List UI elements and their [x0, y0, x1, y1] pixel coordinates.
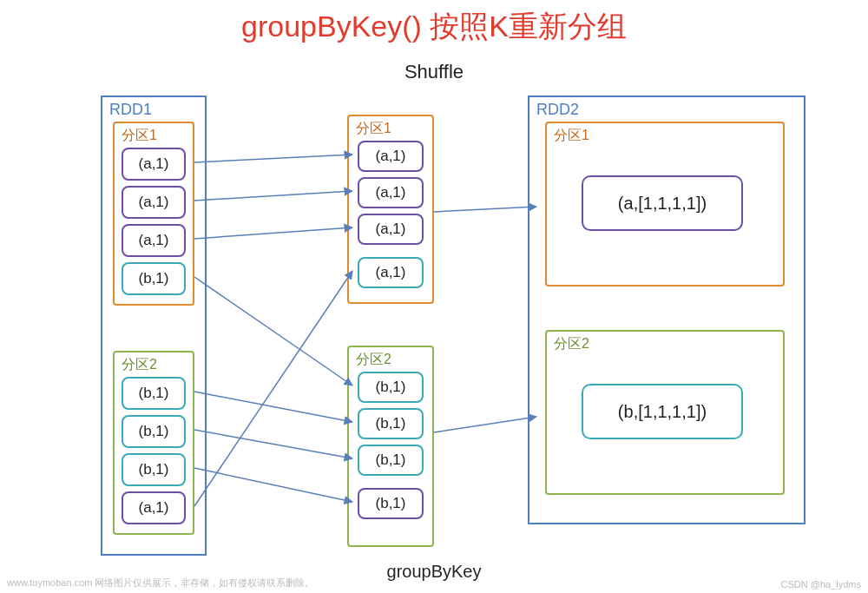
- svg-line-4: [194, 392, 352, 422]
- rdd1-p2-title: 分区2: [122, 356, 157, 374]
- svg-line-8: [434, 207, 536, 212]
- mid-p1-item0: (a,1): [358, 141, 424, 172]
- rdd1-partition1: 分区1 (a,1) (a,1) (a,1) (b,1): [113, 122, 194, 306]
- mid-p2-title: 分区2: [356, 351, 391, 369]
- mid-p1-title: 分区1: [356, 120, 391, 138]
- shuffle-label: Shuffle: [0, 61, 868, 83]
- rdd2-p2-result: (b,[1,1,1,1]): [582, 384, 743, 439]
- rdd2-p1-result: (a,[1,1,1,1]): [582, 175, 743, 231]
- rdd2-partition1: 分区1 (a,[1,1,1,1]): [545, 122, 785, 287]
- rdd1-p1-item2: (a,1): [122, 224, 186, 257]
- mid-partition2: 分区2 (b,1) (b,1) (b,1) (b,1): [347, 346, 434, 547]
- watermark-right: CSDN @ha_lydms: [781, 579, 861, 590]
- rdd2-partition2: 分区2 (b,[1,1,1,1]): [545, 330, 785, 495]
- rdd2-p2-title: 分区2: [554, 335, 589, 353]
- svg-line-0: [194, 155, 352, 162]
- rdd2-p1-title: 分区1: [554, 127, 589, 145]
- rdd1-p2-item0: (b,1): [122, 377, 186, 410]
- mid-p1-item3: (a,1): [358, 257, 424, 288]
- svg-line-1: [194, 191, 352, 201]
- mid-p2-item3: (b,1): [358, 488, 424, 519]
- mid-p1-item2: (a,1): [358, 214, 424, 245]
- svg-line-3: [194, 277, 352, 385]
- mid-p2-item2: (b,1): [358, 445, 424, 476]
- rdd1-title: RDD1: [109, 101, 152, 119]
- svg-line-7: [194, 271, 352, 506]
- rdd1-p1-title: 分区1: [122, 127, 157, 145]
- rdd1-p1-item1: (a,1): [122, 186, 186, 219]
- svg-line-9: [434, 417, 536, 432]
- svg-line-5: [194, 430, 352, 458]
- mid-p1-item1: (a,1): [358, 177, 424, 208]
- rdd1-partition2: 分区2 (b,1) (b,1) (b,1) (a,1): [113, 351, 194, 535]
- mid-p2-item0: (b,1): [358, 372, 424, 403]
- mid-partition1: 分区1 (a,1) (a,1) (a,1) (a,1): [347, 115, 434, 304]
- svg-line-6: [194, 468, 352, 502]
- svg-line-2: [194, 227, 352, 239]
- watermark-left: www.toymoban.com 网络图片仅供展示，非存储，如有侵权请联系删除。: [7, 577, 314, 590]
- diagram-title: groupByKey() 按照K重新分组: [0, 7, 868, 47]
- rdd1-p2-item3: (a,1): [122, 491, 186, 524]
- rdd1-p2-item1: (b,1): [122, 415, 186, 448]
- mid-p2-item1: (b,1): [358, 408, 424, 439]
- rdd1-p2-item2: (b,1): [122, 453, 186, 486]
- rdd1-p1-item0: (a,1): [122, 148, 186, 181]
- rdd2-title: RDD2: [536, 101, 579, 119]
- rdd1-p1-item3: (b,1): [122, 262, 186, 295]
